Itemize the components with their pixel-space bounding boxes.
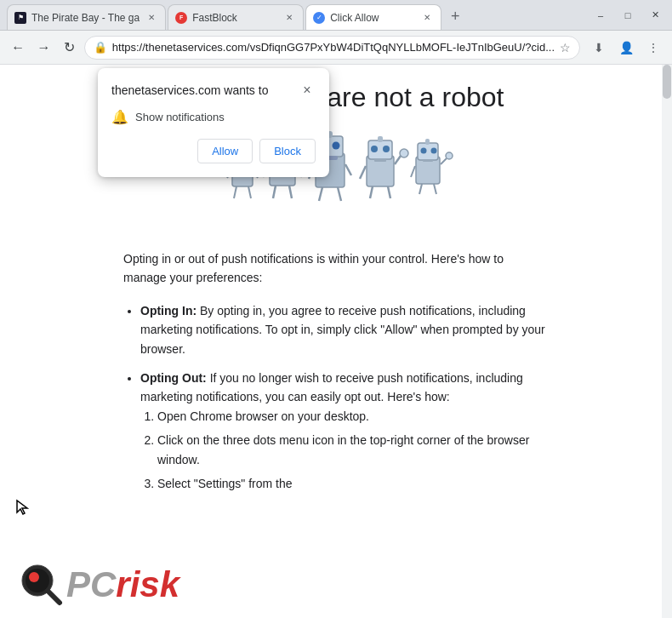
svg-point-54	[29, 572, 39, 582]
svg-line-27	[345, 164, 351, 175]
close-window-button[interactable]: ✕	[645, 8, 665, 23]
nav-bar: ← → ↻ 🔒 https://thenetaservices.com/vsDf…	[0, 31, 672, 65]
maximize-button[interactable]: □	[618, 8, 638, 23]
svg-line-36	[360, 166, 366, 179]
opting-in-text: By opting in, you agree to receive push …	[140, 304, 545, 356]
opting-in-label: Opting In:	[140, 304, 196, 318]
new-tab-button[interactable]: +	[443, 4, 467, 28]
lock-icon: 🔒	[94, 41, 107, 54]
popup-permission-text: Show notifications	[135, 111, 225, 123]
page-body: thenetaservices.com wants to × 🔔 Show no…	[0, 65, 672, 618]
svg-point-23	[333, 142, 340, 150]
forward-button[interactable]: →	[32, 36, 54, 60]
account-button[interactable]: 👤	[614, 36, 638, 60]
popup-close-button[interactable]: ×	[299, 82, 316, 99]
svg-line-51	[434, 184, 436, 194]
opting-out-label: Opting Out:	[140, 371, 207, 385]
svg-rect-45	[423, 159, 433, 162]
pcrisk-brand-text: PCrisk	[66, 567, 179, 603]
allow-button[interactable]: Allow	[197, 139, 253, 163]
svg-line-50	[419, 184, 422, 194]
page-content: thenetaservices.com wants to × 🔔 Show no…	[0, 65, 672, 618]
tab-area: ⚑ The Pirate Bay - The ga ✕ F FastBlock …	[7, 0, 580, 30]
tab-clickallow-title: Click Allow	[330, 12, 415, 24]
tab-piratebay[interactable]: ⚑ The Pirate Bay - The ga ✕	[7, 4, 166, 30]
toolbar-icons: ⬇ 👤 ⋮	[587, 36, 665, 60]
svg-line-18	[273, 186, 276, 198]
svg-point-33	[383, 146, 390, 152]
clickallow-favicon-icon: ✓	[313, 12, 325, 24]
tab-fastblock-title: FastBlock	[192, 12, 277, 24]
download-button[interactable]: ⬇	[587, 36, 611, 60]
browser-frame: ⚑ The Pirate Bay - The ga ✕ F FastBlock …	[0, 0, 672, 618]
bell-icon: 🔔	[111, 109, 128, 125]
svg-point-44	[431, 148, 437, 154]
bookmark-star-icon[interactable]: ☆	[560, 41, 571, 54]
svg-rect-46	[425, 139, 430, 145]
tab-piratebay-close[interactable]: ✕	[145, 11, 158, 25]
step-3: Select "Settings" from the	[157, 474, 549, 493]
svg-point-49	[446, 152, 453, 159]
svg-line-7	[234, 186, 236, 198]
reload-button[interactable]: ↻	[59, 36, 81, 60]
menu-button[interactable]: ⋮	[641, 36, 665, 60]
fastblock-favicon-icon: F	[175, 12, 187, 24]
tab-clickallow[interactable]: ✓ Click Allow ✕	[305, 4, 441, 30]
window-controls: – □ ✕	[590, 8, 665, 23]
popup-buttons: Allow Block	[111, 139, 316, 163]
popup-permission-row: 🔔 Show notifications	[111, 109, 316, 125]
pcrisk-risk-text: risk	[116, 564, 179, 604]
svg-line-37	[395, 156, 401, 164]
step-2: Click on the three dots menu icon in the…	[157, 431, 549, 469]
opting-in-item: Opting In: By opting in, you agree to re…	[140, 301, 549, 358]
svg-line-39	[370, 186, 373, 198]
svg-line-48	[441, 158, 447, 164]
svg-rect-35	[378, 136, 383, 142]
opting-out-item: Opting Out: If you no longer wish to rec…	[140, 369, 549, 493]
intro-paragraph: Opting in or out of push notifications i…	[123, 249, 549, 288]
pcrisk-logo: PCrisk	[0, 552, 196, 618]
svg-rect-34	[374, 158, 386, 162]
address-text: https://thenetaservices.com/vsDfiqnGG7Px…	[112, 41, 555, 54]
svg-line-47	[411, 166, 415, 177]
steps-list: Open Chrome browser on your desktop. Cli…	[140, 407, 549, 494]
scrollbar[interactable]	[662, 65, 672, 618]
tab-fastblock-close[interactable]: ✕	[282, 11, 296, 25]
tab-clickallow-close[interactable]: ✕	[420, 11, 434, 25]
svg-line-29	[338, 187, 341, 201]
pcrisk-icon	[17, 560, 66, 609]
svg-line-40	[388, 186, 390, 198]
content-list: Opting In: By opting in, you agree to re…	[123, 301, 549, 494]
notification-popup: thenetaservices.com wants to × 🔔 Show no…	[98, 68, 329, 177]
step-1: Open Chrome browser on your desktop.	[157, 407, 549, 426]
svg-line-19	[289, 186, 292, 198]
svg-point-43	[421, 148, 427, 154]
svg-point-32	[371, 146, 378, 152]
tab-fastblock[interactable]: F FastBlock ✕	[168, 4, 304, 30]
piratebay-favicon-icon: ⚑	[14, 12, 26, 24]
address-bar[interactable]: 🔒 https://thenetaservices.com/vsDfiqnGG7…	[84, 36, 580, 60]
minimize-button[interactable]: –	[590, 8, 611, 23]
svg-line-55	[48, 591, 60, 603]
back-button[interactable]: ←	[7, 36, 29, 60]
popup-header: thenetaservices.com wants to ×	[111, 82, 316, 99]
svg-line-8	[248, 186, 251, 198]
svg-line-28	[319, 187, 322, 201]
svg-point-38	[400, 149, 408, 157]
block-button[interactable]: Block	[259, 139, 316, 163]
content-text: Opting in or out of push notifications i…	[123, 249, 549, 493]
scrollbar-thumb[interactable]	[663, 65, 671, 99]
pcrisk-pc-text: PC	[66, 564, 116, 604]
title-bar: ⚑ The Pirate Bay - The ga ✕ F FastBlock …	[0, 0, 672, 31]
popup-title: thenetaservices.com wants to	[111, 83, 268, 97]
tab-piratebay-title: The Pirate Bay - The ga	[31, 12, 140, 24]
